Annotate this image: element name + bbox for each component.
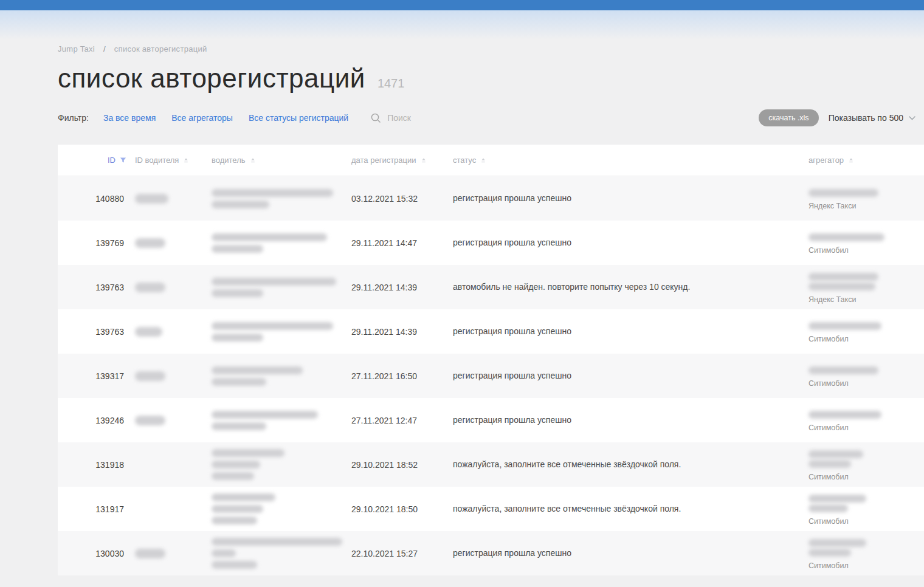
- chevron-down-icon: [909, 116, 915, 120]
- aggregator-cell: Ситимобил: [808, 365, 924, 388]
- breadcrumb-app[interactable]: Jump Taxi: [58, 44, 95, 53]
- breadcrumb-separator: /: [103, 44, 106, 53]
- driver-name-cell: [212, 447, 351, 482]
- filter-aggregators[interactable]: Все агрегаторы: [171, 113, 233, 123]
- redacted-text: [808, 411, 881, 419]
- filter-registration-statuses[interactable]: Все статусы регистраций: [249, 113, 348, 123]
- table-row[interactable]: 131918 29.10.2021 18:52 пожалуйста, запо…: [58, 442, 924, 487]
- search-input[interactable]: [387, 113, 478, 123]
- table-row[interactable]: 140880 03.12.2021 15:32 регистрация прош…: [58, 176, 924, 221]
- redacted-text: [212, 461, 260, 469]
- table-row[interactable]: 139246 27.11.2021 12:47 регистрация прош…: [58, 398, 924, 442]
- toolbar: Фильтр: За все время Все агрегаторы Все …: [58, 109, 924, 126]
- table-row[interactable]: 130030 22.10.2021 15:27 регистрация прош…: [58, 531, 924, 575]
- redacted-text: [212, 538, 342, 546]
- driver-name-cell: [212, 492, 351, 526]
- driver-id-cell: [135, 192, 212, 205]
- download-xls-button[interactable]: скачать .xls: [759, 109, 818, 126]
- page-size-label: Показывать по 500: [829, 113, 903, 123]
- sort-icon[interactable]: [421, 157, 427, 163]
- search-box[interactable]: [370, 112, 478, 123]
- redacted-text: [135, 416, 165, 425]
- redacted-text: [135, 283, 165, 292]
- driver-id-cell: [135, 414, 212, 427]
- aggregator-redacted-name: [808, 271, 924, 292]
- redacted-text: [808, 549, 851, 557]
- sort-icon[interactable]: [848, 157, 854, 163]
- redacted-text: [212, 366, 303, 374]
- registration-id-cell: 139763: [58, 327, 135, 337]
- sort-icon[interactable]: [480, 157, 486, 163]
- redacted-text: [808, 450, 863, 458]
- redacted-text: [808, 504, 848, 512]
- sort-icon[interactable]: [250, 157, 256, 163]
- filter-label: Фильтр:: [58, 113, 89, 123]
- redacted-text: [212, 422, 266, 430]
- redacted-text: [135, 327, 162, 337]
- aggregator-cell: Ситимобил: [808, 409, 924, 432]
- table-row[interactable]: 139763 29.11.2021 14:39 регистрация прош…: [58, 309, 924, 354]
- aggregator-redacted-name: [808, 448, 924, 470]
- driver-id-cell: [135, 369, 212, 383]
- redacted-text: [212, 289, 263, 297]
- redacted-text: [212, 411, 318, 419]
- table-row[interactable]: 139317 27.11.2021 16:50 регистрация прош…: [58, 354, 924, 398]
- registration-id-cell: 139246: [58, 416, 135, 425]
- status-cell: автомобиль не найден. повторите попытку …: [453, 281, 808, 293]
- aggregator-redacted-name: [808, 365, 924, 376]
- aggregator-cell: Яндекс Такси: [808, 271, 924, 304]
- redacted-text: [212, 472, 254, 480]
- header-status[interactable]: статус: [453, 156, 808, 165]
- redacted-text: [212, 378, 266, 386]
- aggregator-redacted-name: [808, 537, 924, 558]
- redacted-text: [212, 334, 263, 342]
- table-row[interactable]: 139763 29.11.2021 14:39 автомобиль не на…: [58, 265, 924, 309]
- filter-funnel-icon[interactable]: [120, 157, 126, 163]
- sort-icon[interactable]: [183, 157, 189, 163]
- aggregator-cell: Ситимобил: [808, 493, 924, 526]
- page-title: список авторегистраций: [58, 63, 365, 94]
- redacted-text: [212, 505, 263, 513]
- driver-id-cell: [135, 547, 212, 560]
- top-accent-bar: [0, 0, 924, 10]
- redacted-text: [808, 283, 875, 290]
- driver-id-cell: [135, 236, 212, 250]
- table-row[interactable]: 139769 29.11.2021 14:47 регистрация прош…: [58, 221, 924, 265]
- registration-date-cell: 27.11.2021 16:50: [351, 371, 453, 381]
- redacted-text: [212, 517, 257, 524]
- header-id[interactable]: ID: [58, 156, 135, 165]
- header-driver-id[interactable]: ID водителя: [135, 156, 212, 165]
- driver-id-cell: [135, 281, 212, 294]
- registrations-table: ID ID водителя водитель дата регистрации: [58, 145, 924, 575]
- table-row[interactable]: 131917 29.10.2021 18:50 пожалуйста, запо…: [58, 487, 924, 531]
- aggregator-cell: Ситимобил: [808, 232, 924, 255]
- redacted-text: [808, 460, 851, 468]
- aggregator-redacted-name: [808, 232, 924, 243]
- redacted-text: [135, 371, 165, 381]
- registration-date-cell: 03.12.2021 15:32: [351, 194, 453, 204]
- header-driver[interactable]: водитель: [212, 156, 351, 165]
- aggregator-type-label: Ситимобил: [808, 379, 924, 388]
- header-aggregator[interactable]: агрегатор: [808, 156, 924, 165]
- page-size-select[interactable]: Показывать по 500: [829, 113, 915, 123]
- aggregator-type-label: Ситимобил: [808, 561, 924, 570]
- top-gradient: [0, 10, 924, 39]
- redacted-text: [808, 189, 878, 197]
- registration-id-cell: 139769: [58, 238, 135, 248]
- filter-time-period[interactable]: За все время: [103, 113, 156, 123]
- header-date[interactable]: дата регистрации: [351, 156, 453, 165]
- registration-date-cell: 22.10.2021 15:27: [351, 549, 453, 558]
- driver-name-cell: [212, 232, 351, 255]
- registration-id-cell: 139317: [58, 371, 135, 381]
- table-body: 140880 03.12.2021 15:32 регистрация прош…: [58, 176, 924, 575]
- registration-date-cell: 29.11.2021 14:47: [351, 238, 453, 248]
- driver-name-cell: [212, 187, 351, 210]
- redacted-text: [212, 201, 269, 208]
- breadcrumb-current: список авторегистраций: [114, 44, 207, 53]
- redacted-text: [135, 238, 165, 248]
- registration-id-cell: 140880: [58, 194, 135, 204]
- aggregator-cell: Ситимобил: [808, 448, 924, 481]
- redacted-text: [135, 549, 165, 558]
- redacted-text: [212, 449, 284, 457]
- driver-name-cell: [212, 320, 351, 343]
